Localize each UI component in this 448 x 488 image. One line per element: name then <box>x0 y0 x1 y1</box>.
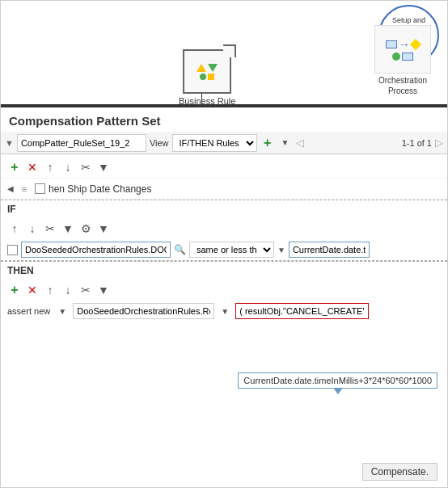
content-area: + ✕ ↑ ↓ ✂ ▼ ◀ ≡ hen Ship Date Changes IF… <box>1 156 447 487</box>
then-section-header: THEN <box>1 261 447 280</box>
scissors-button[interactable]: ✂ <box>78 160 93 175</box>
then-row: assert new ▼ ▼ <box>1 301 447 322</box>
orchestration-process-icon[interactable]: → OrchestrationProcess <box>374 25 431 96</box>
search-icon[interactable]: 🔍 <box>174 244 186 255</box>
top-divider <box>1 106 447 107</box>
move-up-then-button[interactable]: ↑ <box>43 283 57 297</box>
condition-operator-select[interactable]: same or less than <box>189 242 274 258</box>
add-rule-button[interactable]: + <box>260 136 275 150</box>
shape-diamond <box>410 39 421 50</box>
move-down-if-button[interactable]: ↓ <box>25 221 40 236</box>
move-down-button[interactable]: ↓ <box>61 160 75 175</box>
shape-box-1 <box>386 40 397 48</box>
pagination-text: 1-1 of 1 <box>402 138 432 148</box>
gear-if-button[interactable]: ⚙ <box>78 221 93 236</box>
delete-rule-button[interactable]: ✕ <box>25 160 40 175</box>
orch-label: OrchestrationProcess <box>378 75 427 96</box>
callout-bubble: CurrentDate.date.timeInMillis+3*24*60*60… <box>238 372 437 389</box>
condition-checkbox[interactable] <box>7 245 18 255</box>
then-toolbar: + ✕ ↑ ↓ ✂ ▼ <box>1 280 447 301</box>
view-select[interactable]: IF/THEN Rules <box>172 134 257 152</box>
then-fact-input[interactable] <box>73 303 214 319</box>
br-icon-inner <box>197 64 218 80</box>
ruleset-name-input[interactable] <box>17 134 146 152</box>
delete-then-button[interactable]: ✕ <box>25 283 40 297</box>
if-section-header: IF <box>1 200 447 218</box>
top-area: Setup andMaintenance <box>1 1 447 106</box>
main-toolbar: ▼ View IF/THEN Rules + ▼ ◁ 1-1 of 1 ▷ <box>1 132 447 154</box>
if-toolbar: ↑ ↓ ✂ ▼ ⚙ ▼ <box>1 218 447 239</box>
br-arrows <box>197 64 218 72</box>
page-title: Compensation Pattern Set <box>9 114 161 128</box>
rule-row: ◀ ≡ hen Ship Date Changes <box>1 179 447 200</box>
scissors-if-button[interactable]: ✂ <box>43 221 57 236</box>
nav-next-icon: ▷ <box>435 137 443 149</box>
assert-label: assert new <box>7 306 50 316</box>
operator-dropdown-arrow[interactable]: ▼ <box>277 246 285 255</box>
shape-box-2 <box>402 53 413 61</box>
callout-text: CurrentDate.date.timeInMillis+3*24*60*60… <box>243 376 432 385</box>
main-container: Setup andMaintenance <box>0 0 448 488</box>
arrow-yellow <box>197 64 206 72</box>
then-value-input[interactable] <box>235 303 369 319</box>
if-dropdown-button[interactable]: ▼ <box>61 221 75 236</box>
rule-checkbox[interactable] <box>35 183 45 194</box>
move-down-then-button[interactable]: ↓ <box>61 283 75 297</box>
more-button[interactable]: ▼ <box>96 160 111 175</box>
compensate-button[interactable]: Compensate. <box>362 463 437 481</box>
condition-fact-input[interactable] <box>21 242 171 258</box>
arrow-green <box>208 64 218 72</box>
add-condition-button[interactable]: + <box>7 160 22 175</box>
expand-icon[interactable]: ◀ <box>7 184 14 193</box>
view-label: View <box>150 138 169 148</box>
rule-toolbar: + ✕ ↑ ↓ ✂ ▼ <box>1 156 447 179</box>
rule-name: hen Ship Date Changes <box>49 183 151 195</box>
gear-if-dropdown-button[interactable]: ▼ <box>96 221 111 236</box>
business-rule-box <box>183 49 231 94</box>
then-section: THEN + ✕ ↑ ↓ ✂ ▼ assert new ▼ ▼ <box>1 260 447 322</box>
move-up-if-button[interactable]: ↑ <box>7 221 22 236</box>
business-rule-icon[interactable]: Business Rule <box>179 49 235 106</box>
assert-dropdown-button[interactable]: ▼ <box>55 304 70 318</box>
orch-box: → <box>374 25 431 74</box>
then-fact-dropdown-button[interactable]: ▼ <box>218 304 232 318</box>
rule-options-button[interactable]: ≡ <box>17 182 32 196</box>
shape-arrow: → <box>399 38 410 51</box>
dropdown-arrow-button[interactable]: ▼ <box>278 136 293 150</box>
dropdown-icon: ▼ <box>5 138 14 148</box>
then-more-button[interactable]: ▼ <box>96 283 111 297</box>
add-then-button[interactable]: + <box>7 283 22 297</box>
business-rule-label: Business Rule <box>179 96 235 106</box>
condition-value-input[interactable] <box>289 242 370 258</box>
orch-shapes: → <box>382 38 423 61</box>
move-up-button[interactable]: ↑ <box>43 160 57 175</box>
nav-prev-icon: ◁ <box>296 137 304 149</box>
shape-circle <box>392 53 400 61</box>
condition-row: 🔍 same or less than ▼ <box>1 239 447 260</box>
scissors-then-button[interactable]: ✂ <box>78 283 93 297</box>
